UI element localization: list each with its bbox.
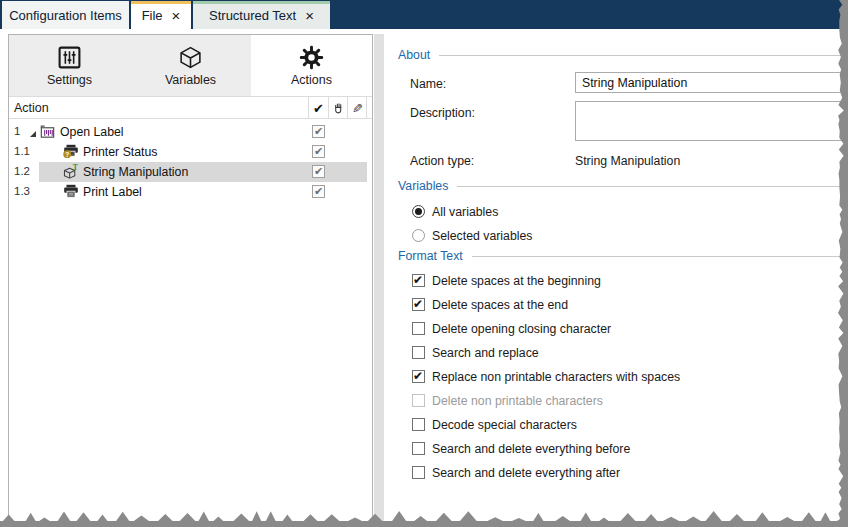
radio-label: All variables [432, 205, 498, 219]
tab-actions[interactable]: Actions [251, 35, 372, 96]
checkbox-row-search-and-replace[interactable]: Search and replace [412, 346, 539, 360]
action-row-open-label[interactable]: 1Open Label [9, 122, 367, 142]
action-column-title: Action [14, 101, 49, 115]
about-section-title: About [398, 48, 430, 62]
action-tree: 1Open Label1.1?Printer Status1.2TString … [9, 120, 372, 525]
printer-icon [63, 184, 80, 200]
row-number: 1.2 [14, 165, 30, 177]
window-tab-structured-text[interactable]: Structured Text× [193, 1, 330, 29]
checkbox[interactable] [412, 370, 425, 383]
checkbox[interactable] [412, 466, 425, 479]
window-tab-file[interactable]: File× [131, 1, 191, 29]
checkbox[interactable] [412, 274, 425, 287]
panel-tab-label: Actions [291, 73, 332, 87]
checkbox-label: Search and delete everything before [432, 442, 630, 456]
label-document-icon [39, 124, 56, 140]
checkbox-row-delete-spaces-at-the-end[interactable]: Delete spaces at the end [412, 298, 568, 312]
description-label: Description: [410, 106, 475, 120]
radio-row-all-variables[interactable]: All variables [412, 205, 498, 219]
action-enabled-checkbox[interactable] [312, 145, 325, 158]
checkbox[interactable] [412, 418, 425, 431]
checkbox-label: Delete non printable characters [432, 394, 603, 408]
window-tab-label: Structured Text [209, 8, 296, 23]
action-editor-panel: SettingsVariablesActions Action ✔ ✎ 1Ope… [8, 34, 373, 526]
checkbox-label: Delete opening closing character [432, 322, 611, 336]
tab-accent-bar [131, 1, 191, 4]
sliders-icon [57, 44, 82, 70]
checkbox-row-delete-non-printable-characters[interactable]: Delete non printable characters [412, 394, 603, 408]
action-type-value: String Manipulation [575, 154, 680, 168]
radio-label: Selected variables [432, 229, 532, 243]
action-row-printer-status[interactable]: 1.1?Printer Status [9, 142, 367, 162]
name-input[interactable] [575, 72, 848, 93]
cube-icon [178, 44, 203, 70]
close-icon[interactable]: × [305, 9, 314, 22]
description-input[interactable] [575, 101, 848, 141]
panel-tab-label: Variables [165, 73, 216, 87]
close-icon[interactable]: × [172, 9, 181, 22]
format-text-section-header: Format Text [398, 248, 848, 264]
tab-accent-bar [193, 1, 330, 4]
checkbox-label: Decode special characters [432, 418, 577, 432]
checkbox[interactable] [412, 322, 425, 335]
checkbox-row-search-and-delete-everything-before[interactable]: Search and delete everything before [412, 442, 630, 456]
checkbox-label: Search and replace [432, 346, 539, 360]
radio-button[interactable] [412, 229, 425, 242]
checkbox-row-decode-special-characters[interactable]: Decode special characters [412, 418, 577, 432]
panel-tab-strip: SettingsVariablesActions [9, 35, 372, 96]
expander-icon[interactable] [30, 131, 36, 137]
checkbox[interactable] [412, 346, 425, 359]
action-list-header: Action ✔ ✎ [9, 96, 372, 119]
hand-icon[interactable] [329, 99, 348, 118]
checkbox-row-replace-non-printable-characters-with-spaces[interactable]: Replace non printable characters with sp… [412, 370, 680, 384]
checkbox[interactable] [412, 298, 425, 311]
window-tab-configuration-items[interactable]: Configuration Items [2, 1, 129, 29]
checkbox-row-search-and-delete-everything-after[interactable]: Search and delete everything after [412, 466, 620, 480]
window-tab-label: File [142, 8, 163, 23]
action-enabled-checkbox[interactable] [312, 165, 325, 178]
checkbox-label: Delete spaces at the end [432, 298, 568, 312]
svg-text:T: T [73, 164, 78, 172]
checkbox [412, 394, 425, 407]
action-enabled-checkbox[interactable] [312, 125, 325, 138]
tab-variables[interactable]: Variables [130, 35, 251, 96]
panel-divider[interactable] [374, 34, 384, 526]
checkbox[interactable] [412, 442, 425, 455]
action-properties-panel: About Name: Description: Action type: St… [385, 34, 848, 526]
checkbox-label: Replace non printable characters with sp… [432, 370, 680, 384]
action-row-label: Printer Status [83, 145, 158, 159]
printer-status-icon: ? [63, 144, 80, 160]
action-row-label: Open Label [60, 125, 124, 139]
radio-button[interactable] [412, 205, 425, 218]
format-text-section-title: Format Text [398, 249, 463, 263]
panel-tab-label: Settings [47, 73, 92, 87]
pencil-icon[interactable]: ✎ [348, 99, 367, 118]
about-section-header: About [398, 47, 848, 63]
action-row-label: Print Label [83, 185, 142, 199]
name-label: Name: [410, 77, 446, 91]
window-tab-bar: Configuration ItemsFile×Structured Text× [0, 0, 848, 29]
checkbox-label: Search and delete everything after [432, 466, 620, 480]
row-number: 1.1 [14, 145, 30, 157]
action-enabled-checkbox[interactable] [312, 185, 325, 198]
gear-icon [299, 44, 324, 70]
action-row-label: String Manipulation [83, 165, 188, 179]
action-row-print-label[interactable]: 1.3Print Label [9, 182, 367, 202]
enabled-check-icon[interactable]: ✔ [309, 99, 328, 118]
tab-settings[interactable]: Settings [9, 35, 130, 96]
action-type-label: Action type: [410, 154, 474, 168]
action-row-string-manipulation[interactable]: 1.2TString Manipulation [9, 162, 367, 182]
checkbox-row-delete-opening-closing-character[interactable]: Delete opening closing character [412, 322, 611, 336]
radio-row-selected-variables[interactable]: Selected variables [412, 229, 532, 243]
variables-section-title: Variables [398, 179, 448, 193]
checkbox-label: Delete spaces at the beginning [432, 274, 601, 288]
variables-section-header: Variables [398, 178, 848, 194]
row-number: 1.3 [14, 185, 30, 197]
svg-text:?: ? [65, 151, 69, 158]
row-number: 1 [14, 125, 20, 137]
string-manipulation-icon: T [63, 164, 80, 180]
window-tab-label: Configuration Items [9, 8, 122, 23]
checkbox-row-delete-spaces-at-the-beginning[interactable]: Delete spaces at the beginning [412, 274, 601, 288]
